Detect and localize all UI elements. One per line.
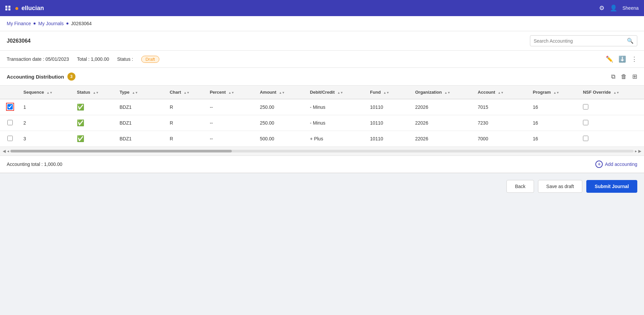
transaction-actions: ✏️ ⬇️ ⋮	[606, 55, 637, 63]
logo-text: ellucian	[21, 5, 44, 12]
grid-menu-icon[interactable]	[5, 6, 11, 10]
status-check-icon-2: ✅	[77, 135, 84, 142]
col-header-amount[interactable]: Amount ▲▼	[257, 86, 307, 99]
back-button[interactable]: Back	[506, 180, 534, 193]
add-accounting-button[interactable]: + Add accounting	[595, 161, 637, 168]
row-percent-0: --	[206, 99, 256, 115]
row-percent-2: --	[206, 131, 256, 147]
row-debitcredit-2: + Plus	[307, 131, 367, 147]
accounting-table: Sequence ▲▼ Status ▲▼ Type ▲▼ Chart ▲▼ P…	[0, 86, 644, 147]
row-chart-2: R	[166, 131, 206, 147]
col-header-program[interactable]: Program ▲▼	[530, 86, 580, 99]
row-checkbox-0[interactable]	[7, 104, 13, 109]
page-title: J0263064	[7, 38, 31, 44]
scrollbar-thumb[interactable]	[10, 150, 232, 152]
col-header-organization[interactable]: Organization ▲▼	[412, 86, 475, 99]
col-header-sequence[interactable]: Sequence ▲▼	[20, 86, 74, 99]
col-header-fund[interactable]: Fund ▲▼	[367, 86, 412, 99]
col-header-debitcredit[interactable]: Debit/Credit ▲▼	[307, 86, 367, 99]
save-draft-button[interactable]: Save as draft	[538, 180, 583, 193]
row-debitcredit-1: - Minus	[307, 115, 367, 131]
status-check-icon-0: ✅	[77, 104, 84, 110]
table-row: 1 ✅ BDZ1 R -- 250.00 - Minus 10110 22026…	[0, 99, 644, 115]
download-icon[interactable]: ⬇️	[619, 55, 626, 63]
user-avatar-icon[interactable]: 👤	[610, 4, 617, 12]
row-account-2: 7000	[474, 131, 529, 147]
search-accounting-box[interactable]: 🔍	[530, 35, 637, 46]
row-program-1: 16	[530, 115, 580, 131]
row-organization-2: 22026	[412, 131, 475, 147]
transaction-date: Transaction date : 05/01/2023	[7, 56, 69, 62]
breadcrumb-separator	[34, 22, 36, 25]
row-debitcredit-0: - Minus	[307, 99, 367, 115]
row-chart-1: R	[166, 115, 206, 131]
nsf-checkbox-0[interactable]	[583, 104, 588, 109]
col-header-type[interactable]: Type ▲▼	[116, 86, 166, 99]
accounting-table-container: Sequence ▲▼ Status ▲▼ Type ▲▼ Chart ▲▼ P…	[0, 86, 644, 147]
settings-icon[interactable]: ⚙	[599, 4, 604, 12]
accounting-header-actions: ⧉ 🗑 ⊞	[611, 73, 637, 80]
row-account-1: 7230	[474, 115, 529, 131]
status-badge: Draft	[141, 56, 159, 63]
breadcrumb-my-finance[interactable]: My Finance	[7, 21, 31, 26]
scrollbar-track[interactable]	[10, 150, 634, 152]
copy-icon[interactable]: ⧉	[611, 73, 615, 80]
submit-journal-button[interactable]: Submit Journal	[586, 180, 637, 193]
row-organization-1: 22026	[412, 115, 475, 131]
username-label: Sheena	[623, 5, 639, 11]
row-checkbox-cell-2[interactable]	[0, 131, 20, 147]
row-amount-2: 500.00	[257, 131, 307, 147]
col-header-percent[interactable]: Percent ▲▼	[206, 86, 256, 99]
top-navigation: ● ellucian ⚙ 👤 Sheena	[0, 0, 644, 16]
scroll-right-small-icon[interactable]: ▸	[635, 149, 637, 153]
add-accounting-icon: +	[595, 161, 603, 168]
row-amount-1: 250.00	[257, 115, 307, 131]
breadcrumb-my-journals[interactable]: My Journals	[38, 21, 63, 26]
scroll-left-icon[interactable]: ◀	[3, 149, 6, 153]
row-checkbox-2[interactable]	[7, 136, 13, 141]
select-all-header	[0, 86, 20, 99]
nsf-checkbox-1[interactable]	[583, 120, 588, 125]
scroll-left-small-icon[interactable]: ◂	[7, 149, 9, 153]
accounting-title-text: Accounting Distribution	[7, 74, 64, 80]
row-type-1: BDZ1	[116, 115, 166, 131]
col-header-nsf-override[interactable]: NSF Override ▲▼	[580, 86, 644, 99]
row-seq-0: 1	[20, 99, 74, 115]
row-program-2: 16	[530, 131, 580, 147]
search-icon: 🔍	[627, 38, 634, 44]
row-checkbox-cell-1[interactable]	[0, 115, 20, 131]
row-percent-1: --	[206, 115, 256, 131]
row-checkbox-cell-0[interactable]	[0, 99, 20, 115]
row-status-0: ✅	[73, 99, 116, 115]
col-header-account[interactable]: Account ▲▼	[474, 86, 529, 99]
col-header-status[interactable]: Status ▲▼	[73, 86, 116, 99]
status-check-icon-1: ✅	[77, 120, 84, 126]
row-type-2: BDZ1	[116, 131, 166, 147]
row-program-0: 16	[530, 99, 580, 115]
row-amount-0: 250.00	[257, 99, 307, 115]
accounting-title: Accounting Distribution 3	[7, 73, 75, 81]
row-fund-1: 10110	[367, 115, 412, 131]
row-nsf-2[interactable]	[580, 131, 644, 147]
row-fund-0: 10110	[367, 99, 412, 115]
row-account-0: 7015	[474, 99, 529, 115]
delete-row-icon[interactable]: 🗑	[621, 73, 627, 80]
transaction-status-label: Status :	[117, 56, 133, 62]
transaction-bar: Transaction date : 05/01/2023 Total : 1,…	[0, 51, 644, 68]
scroll-right-icon[interactable]: ▶	[638, 149, 641, 153]
row-nsf-1[interactable]	[580, 115, 644, 131]
row-nsf-0[interactable]	[580, 99, 644, 115]
breadcrumb: My Finance My Journals J0263064	[0, 16, 644, 31]
edit-icon[interactable]: ✏️	[606, 55, 613, 63]
row-checkbox-1[interactable]	[7, 120, 13, 125]
horizontal-scrollbar[interactable]: ◀ ◂ ▸ ▶	[0, 147, 644, 156]
accounting-section: Accounting Distribution 3 ⧉ 🗑 ⊞ Sequence…	[0, 68, 644, 173]
breadcrumb-current: J0263064	[71, 21, 92, 26]
columns-icon[interactable]: ⊞	[632, 73, 637, 80]
search-accounting-input[interactable]	[534, 38, 627, 44]
col-header-chart[interactable]: Chart ▲▼	[166, 86, 206, 99]
nsf-checkbox-2[interactable]	[583, 136, 588, 141]
row-seq-2: 3	[20, 131, 74, 147]
table-header-row: Sequence ▲▼ Status ▲▼ Type ▲▼ Chart ▲▼ P…	[0, 86, 644, 99]
more-options-icon[interactable]: ⋮	[631, 55, 637, 63]
